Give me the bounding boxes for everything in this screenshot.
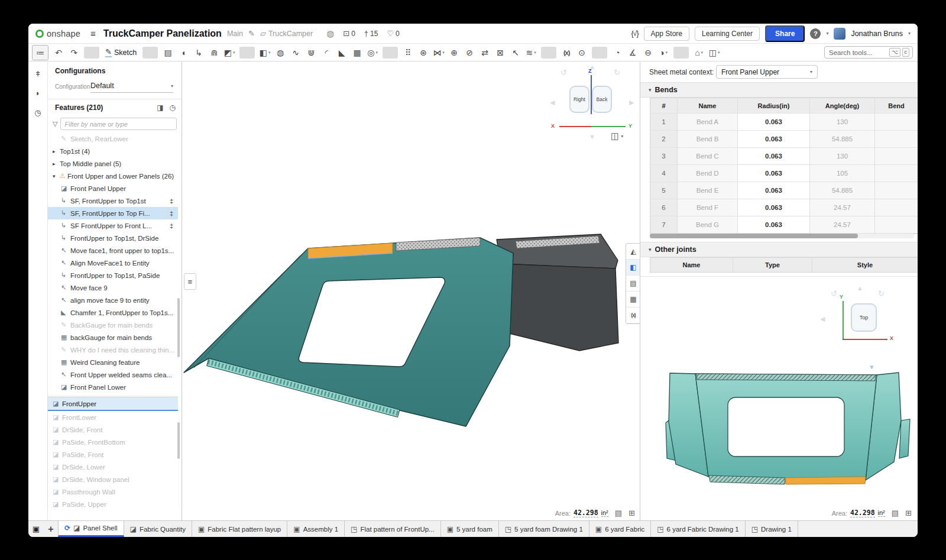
flat-orange-strip[interactable]	[785, 477, 866, 484]
delete-face-icon[interactable]: ⊠	[493, 46, 508, 60]
rotate-left-icon[interactable]: ↺	[561, 68, 567, 77]
other-joints-section-header[interactable]: ▾ Other joints	[640, 242, 918, 257]
avatar[interactable]	[834, 28, 845, 40]
bends-section-header[interactable]: ▾ Bends	[640, 82, 918, 98]
bend-radius[interactable]: 0.063	[738, 182, 810, 199]
offset-surface-icon[interactable]: ≋ ▾	[523, 46, 539, 60]
circular-pattern-icon[interactable]: ⊛	[416, 46, 431, 60]
versions-stat[interactable]: † 15	[364, 29, 378, 38]
named-views-icon[interactable]: ⌂ ▾	[691, 46, 707, 60]
feature-tree-item[interactable]: ▦ backGauge for main bends	[48, 331, 178, 344]
feature-tree-item[interactable]: ▦ Weird Cleaning feature	[48, 356, 178, 368]
feature-tree-item[interactable]: ◪ Front Panel Upper	[48, 182, 178, 195]
feature-panel-handle[interactable]: ≣	[184, 273, 196, 290]
print-icon[interactable]: ▤	[615, 509, 622, 517]
parts-scrollbar[interactable]	[177, 422, 180, 459]
view-cube[interactable]: ↺ ↻ ▲ ◀ ▶ ▼ Right Back Z X Y	[547, 64, 637, 143]
rotate-up-icon[interactable]: ▲	[857, 284, 863, 292]
app-store-button[interactable]: App Store	[644, 27, 689, 41]
document-tab[interactable]: ◪ Fabric Quantity	[124, 521, 192, 537]
search-tools-input[interactable]	[828, 48, 887, 57]
feature-tree-item[interactable]: ✎ Sketch, RearLower	[48, 132, 178, 145]
feature-tree-item[interactable]: ↳ SF FrontUpper to Front L... ‡	[48, 219, 178, 232]
tree-scrollbar[interactable]	[177, 298, 180, 357]
sheet-metal-corner-icon[interactable]: ◩ ▾	[222, 46, 237, 60]
sheet-metal-context-select[interactable]: Front Panel Upper ▾	[716, 65, 818, 79]
document-tab[interactable]: ▣ 6 yard Fabric	[589, 521, 651, 537]
configuration-select[interactable]: Default ▾	[90, 79, 173, 93]
measure-scale-icon[interactable]: ⊞	[905, 509, 912, 517]
toolbar-button[interactable]	[383, 47, 398, 59]
dropdown-caret-icon[interactable]: ▾	[666, 50, 668, 55]
workspace-name[interactable]: Main	[227, 30, 243, 38]
document-tab[interactable]: ◳ Flat pattern of FrontUp...	[345, 521, 441, 537]
learning-center-button[interactable]: Learning Center	[695, 27, 760, 41]
rotate-right-arrow-icon[interactable]: ▶	[629, 99, 634, 106]
document-tab[interactable]: ▣ Assembly 1	[287, 521, 345, 537]
featurescript-badge-icon[interactable]: {√}	[631, 30, 638, 38]
flat-window-cutout[interactable]	[728, 397, 844, 457]
bend-radius[interactable]: 0.063	[738, 148, 810, 164]
rotate-right-icon[interactable]: ↻	[878, 289, 885, 298]
likes-stat[interactable]: ♡ 0	[387, 29, 399, 38]
feature-tree-item[interactable]: ↳ SF, FrontUpper to Top1st ‡	[48, 195, 178, 207]
rename-icon[interactable]: ✎	[248, 29, 255, 38]
document-tab[interactable]: ▣ Fabric Flat pattern layup	[192, 521, 287, 537]
rotate-left-arrow-icon[interactable]: ◀	[820, 315, 825, 323]
hole-icon[interactable]: ◎ ▾	[365, 46, 380, 60]
comments-panel-icon[interactable]: ◗	[35, 89, 40, 98]
help-caret-icon[interactable]: ▾	[826, 31, 828, 36]
public-globe-icon[interactable]: ◍	[326, 28, 334, 39]
expand-arrow-icon[interactable]: ▸	[53, 148, 60, 154]
toolbar-button[interactable]	[673, 47, 689, 59]
part-list-item[interactable]: ◪ FrontUpper	[48, 397, 178, 411]
mirror-icon[interactable]: ⋈ ▾	[431, 46, 446, 60]
feature-tree-item[interactable]: ◪ Front Panel Lower	[48, 381, 178, 390]
bend-radius[interactable]: 0.063	[738, 131, 810, 147]
main-menu-icon[interactable]: ≡	[90, 28, 96, 38]
display-options-icon[interactable]: ◫ ▾	[707, 46, 722, 60]
flat-pattern-view-icon[interactable]: ◧	[626, 260, 640, 276]
rotate-right-icon[interactable]: ↻	[614, 68, 620, 77]
tab-manager-icon[interactable]: ▣	[28, 521, 44, 537]
view-cube-top-face[interactable]: Top	[851, 303, 877, 332]
feature-list-icon[interactable]: ≔	[32, 45, 48, 60]
undo-icon[interactable]: ↶	[51, 46, 66, 60]
flat-pattern-dropdown-icon[interactable]: ▾	[870, 362, 874, 371]
rear-panel-front-face[interactable]	[501, 264, 618, 351]
chamfer-icon[interactable]: ◣	[334, 46, 349, 60]
shell-icon[interactable]: ▦	[349, 46, 365, 60]
bend-table-icon[interactable]: ▦	[626, 292, 640, 307]
pin-icon[interactable]: ‡	[170, 198, 173, 205]
expand-arrow-icon[interactable]: ▾	[53, 173, 60, 179]
flat-right-tab[interactable]	[899, 419, 910, 458]
boolean-icon[interactable]: ⊕	[446, 46, 462, 60]
sweep-icon[interactable]: ∿	[288, 46, 303, 60]
bend-radius[interactable]: 0.063	[738, 165, 810, 182]
document-tab[interactable]: ◳ 6 yard Fabric Drawing 1	[651, 521, 745, 537]
document-tab[interactable]: ◳ 5 yard foam Drawing 1	[499, 521, 589, 537]
part-list-item[interactable]: ◪ DrSide, Lower	[48, 461, 178, 473]
toolbar-button[interactable]	[592, 47, 607, 59]
feature-tree-item[interactable]: ◣ Chamfer 1, FrontUpper to Top1s...	[48, 306, 178, 319]
linear-pattern-icon[interactable]: ⠿	[400, 46, 416, 60]
dropdown-caret-icon[interactable]: ▾	[233, 50, 235, 55]
toolbar-button[interactable]	[142, 47, 158, 59]
bend-radius[interactable]: 0.063	[738, 199, 810, 216]
bend-radius[interactable]: 0.063	[738, 216, 810, 233]
variable-icon[interactable]: (x)	[559, 46, 574, 60]
sheet-metal-model-icon[interactable]: ▤	[160, 46, 176, 60]
pin-icon[interactable]: ‡	[170, 210, 173, 217]
rollback-bar-icon[interactable]: ◷	[170, 103, 176, 112]
feature-tree-item[interactable]: ↖ Move face 9	[48, 281, 178, 294]
add-tab-button[interactable]: +	[44, 521, 58, 537]
flat-top-hatched-seam[interactable]	[696, 374, 876, 381]
feature-tree-item[interactable]: ▸ Top Middle panel (5)	[48, 157, 178, 170]
toolbar-button[interactable]	[541, 47, 556, 59]
feature-tree-item[interactable]: ↳ SF, FrontUpper to Top Fi... ‡	[48, 207, 178, 219]
document-tab[interactable]: ⟳ ◪ Panel Shell	[58, 521, 124, 537]
sheet-metal-table-icon[interactable]: ▤	[626, 276, 640, 292]
extrude-icon[interactable]: ◧ ▾	[257, 46, 273, 60]
view-cube-back-face[interactable]: Back	[592, 86, 612, 113]
loft-icon[interactable]: ⋓	[303, 46, 319, 60]
